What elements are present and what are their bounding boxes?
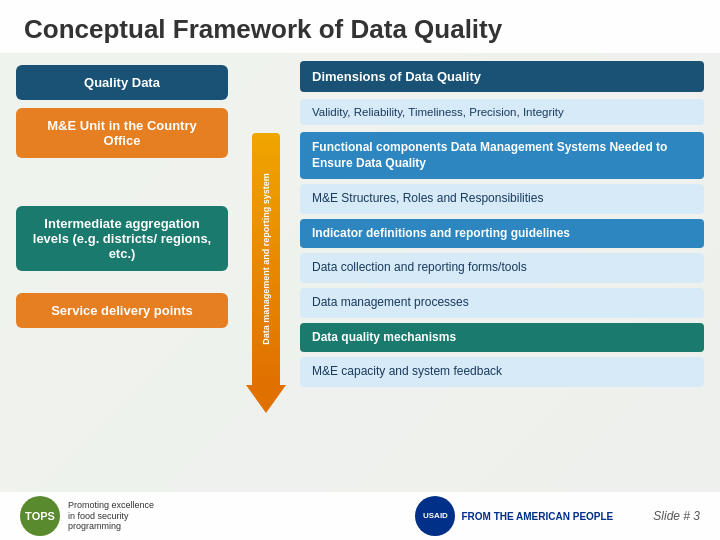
arrow-bar: Data management and reporting system — [252, 133, 280, 385]
right-item-2: Data collection and reporting forms/tool… — [300, 253, 704, 283]
service-delivery-box: Service delivery points — [16, 293, 228, 328]
right-item-3: Data management processes — [300, 288, 704, 318]
right-item-5: M&E capacity and system feedback — [300, 357, 704, 387]
tops-subtext: Promoting excellence in food security pr… — [68, 500, 158, 532]
usaid-circle: USAID — [415, 496, 455, 536]
bottom-bar: TOPS Promoting excellence in food securi… — [0, 492, 720, 540]
functional-header: Functional components Data Management Sy… — [300, 132, 704, 179]
right-item-1: Indicator definitions and reporting guid… — [300, 219, 704, 249]
mne-unit-box: M&E Unit in the Country Office — [16, 108, 228, 158]
page-title: Conceptual Framework of Data Quality — [24, 14, 696, 45]
dimensions-sub: Validity, Reliability, Timeliness, Preci… — [300, 99, 704, 125]
usaid-logo: USAID FROM THE AMERICAN PEOPLE — [415, 496, 613, 536]
arrow-tip — [246, 385, 286, 413]
right-item-0: M&E Structures, Roles and Responsibiliti… — [300, 184, 704, 214]
right-item-4: Data quality mechanisms — [300, 323, 704, 353]
intermediate-box: Intermediate aggregation levels (e.g. di… — [16, 206, 228, 271]
content-area: Quality Data M&E Unit in the Country Off… — [0, 53, 720, 492]
quality-data-box: Quality Data — [16, 65, 228, 100]
vertical-arrow: Data management and reporting system — [246, 133, 286, 413]
arrow-column: Data management and reporting system — [236, 61, 296, 484]
tops-label: TOPS — [25, 510, 55, 522]
tops-circle: TOPS — [20, 496, 60, 536]
tops-logo: TOPS Promoting excellence in food securi… — [20, 496, 158, 536]
title-bar: Conceptual Framework of Data Quality — [0, 0, 720, 53]
slide-number: Slide # 3 — [653, 509, 700, 523]
usaid-label: USAID — [423, 512, 448, 521]
left-column: Quality Data M&E Unit in the Country Off… — [16, 61, 236, 484]
dimensions-header: Dimensions of Data Quality — [300, 61, 704, 92]
right-column: Dimensions of Data Quality Validity, Rel… — [296, 61, 704, 484]
usaid-text: FROM THE AMERICAN PEOPLE — [461, 511, 613, 522]
arrow-label: Data management and reporting system — [261, 149, 271, 369]
